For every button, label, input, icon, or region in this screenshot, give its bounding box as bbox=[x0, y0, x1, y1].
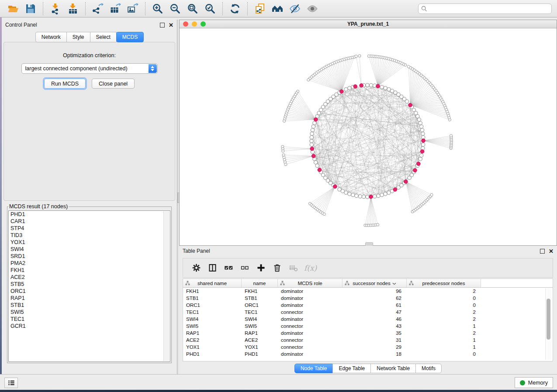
mcds-node[interactable] bbox=[340, 89, 344, 93]
mcds-result-item[interactable]: ORC1 bbox=[9, 288, 170, 295]
mcds-result-item[interactable]: SWI5 bbox=[9, 309, 170, 316]
zoom-selected-button[interactable] bbox=[201, 1, 219, 16]
network-node[interactable] bbox=[420, 128, 424, 132]
mcds-result-item[interactable]: TID3 bbox=[9, 232, 170, 239]
network-leaf-node[interactable] bbox=[367, 55, 370, 57]
table-row[interactable]: YOX1YOX1connector291 bbox=[183, 344, 553, 351]
network-leaf-node[interactable] bbox=[283, 120, 286, 122]
mcds-node[interactable] bbox=[310, 147, 314, 151]
network-leaf-node[interactable] bbox=[323, 213, 325, 216]
table-row[interactable]: SWI5SWI5connector431 bbox=[183, 323, 553, 330]
network-node[interactable] bbox=[310, 132, 314, 135]
network-node[interactable] bbox=[310, 136, 313, 139]
network-node[interactable] bbox=[417, 118, 421, 121]
mcds-node[interactable] bbox=[417, 162, 421, 166]
tab-network[interactable]: Network bbox=[35, 32, 67, 42]
import-network-button[interactable] bbox=[47, 1, 64, 16]
network-node[interactable] bbox=[311, 125, 315, 128]
network-node[interactable] bbox=[421, 132, 425, 135]
network-node[interactable] bbox=[351, 193, 355, 197]
table-row[interactable]: FKH1FKH1dominator962 bbox=[183, 288, 553, 295]
table-row[interactable]: TEC1TEC1connector472 bbox=[183, 309, 553, 316]
network-leaf-node[interactable] bbox=[284, 163, 287, 166]
search-box[interactable] bbox=[418, 3, 552, 14]
column-header-shared-name[interactable]: shared name bbox=[183, 279, 242, 287]
mcds-result-item[interactable]: RAP1 bbox=[9, 295, 170, 302]
mcds-result-item[interactable]: SWI4 bbox=[9, 246, 170, 253]
network-node[interactable] bbox=[311, 128, 314, 132]
show-panels-button[interactable] bbox=[4, 378, 18, 388]
close-panel-button[interactable]: Close panel bbox=[92, 79, 135, 89]
mcds-result-item[interactable]: STP4 bbox=[9, 225, 170, 232]
hide-selected-button[interactable] bbox=[286, 1, 304, 16]
mcds-node[interactable] bbox=[420, 150, 424, 154]
mcds-result-item[interactable]: GCR1 bbox=[9, 323, 170, 330]
network-node[interactable] bbox=[341, 189, 344, 193]
mcds-node[interactable] bbox=[408, 103, 412, 107]
column-header-predecessor-nodes[interactable]: predecessor nodes bbox=[407, 279, 481, 287]
first-neighbors-button[interactable] bbox=[269, 1, 286, 16]
network-node[interactable] bbox=[373, 195, 377, 198]
search-input[interactable] bbox=[427, 5, 549, 12]
network-node[interactable] bbox=[313, 121, 316, 125]
column-header-name[interactable]: name bbox=[242, 279, 278, 287]
mcds-node[interactable] bbox=[318, 168, 322, 172]
export-image-button[interactable] bbox=[124, 1, 142, 16]
deselect-all-button[interactable] bbox=[237, 261, 253, 275]
mcds-node[interactable] bbox=[333, 185, 337, 189]
table-row[interactable]: ACE2ACE2connector311 bbox=[183, 337, 553, 344]
network-node[interactable] bbox=[384, 86, 387, 90]
show-all-button[interactable] bbox=[304, 1, 321, 16]
mcds-result-list[interactable]: PHD1CAR1STP4TID3YOX1SWI4SRD1PMA2FKH1ACE2… bbox=[8, 210, 170, 362]
close-table-panel-icon[interactable]: ✕ bbox=[549, 249, 554, 253]
settings-button[interactable] bbox=[188, 261, 204, 275]
network-node[interactable] bbox=[362, 195, 366, 199]
export-network-button[interactable] bbox=[89, 1, 107, 16]
mcds-result-item[interactable]: ACE2 bbox=[9, 274, 170, 281]
mcds-node[interactable] bbox=[369, 195, 373, 199]
memory-button[interactable]: Memory bbox=[515, 377, 553, 388]
mcds-result-item[interactable]: FKH1 bbox=[9, 267, 170, 274]
network-node[interactable] bbox=[315, 164, 319, 168]
mcds-result-item[interactable]: TEC1 bbox=[9, 316, 170, 323]
network-node[interactable] bbox=[380, 85, 384, 89]
save-session-button[interactable] bbox=[22, 1, 39, 16]
network-node[interactable] bbox=[366, 195, 369, 199]
float-panel-icon[interactable] bbox=[160, 23, 165, 28]
network-node[interactable] bbox=[348, 192, 351, 196]
network-node[interactable] bbox=[391, 89, 394, 93]
mcds-result-item[interactable]: STB1 bbox=[9, 302, 170, 309]
network-node[interactable] bbox=[420, 125, 423, 128]
create-column-button[interactable] bbox=[253, 261, 269, 275]
network-leaf-node[interactable] bbox=[430, 193, 433, 196]
network-node[interactable] bbox=[380, 193, 384, 197]
network-node[interactable] bbox=[419, 121, 422, 125]
network-node[interactable] bbox=[377, 194, 380, 197]
network-node[interactable] bbox=[369, 83, 373, 87]
mcds-node[interactable] bbox=[311, 154, 315, 158]
mcds-node[interactable] bbox=[404, 180, 408, 184]
mcds-node[interactable] bbox=[413, 168, 417, 172]
show-columns-button[interactable] bbox=[204, 261, 221, 275]
network-node[interactable] bbox=[387, 191, 391, 194]
zoom-out-button[interactable] bbox=[166, 1, 184, 16]
network-node[interactable] bbox=[344, 88, 348, 91]
table-row[interactable]: SWI4SWI4dominator462 bbox=[183, 316, 553, 323]
select-all-button[interactable] bbox=[221, 261, 237, 275]
mcds-result-item[interactable]: PMA2 bbox=[9, 260, 170, 267]
network-node[interactable] bbox=[355, 194, 358, 197]
tab-node-table[interactable]: Node Table bbox=[294, 364, 333, 373]
mcds-node[interactable] bbox=[314, 118, 318, 122]
network-node[interactable] bbox=[384, 192, 387, 196]
network-canvas[interactable] bbox=[180, 28, 557, 245]
tab-select[interactable]: Select bbox=[90, 32, 117, 42]
network-node[interactable] bbox=[344, 191, 348, 194]
float-table-panel-icon[interactable] bbox=[540, 249, 545, 254]
export-table-button[interactable] bbox=[107, 1, 124, 16]
network-node[interactable] bbox=[314, 161, 318, 164]
tab-motifs[interactable]: Motifs bbox=[415, 364, 442, 373]
network-node[interactable] bbox=[338, 188, 341, 191]
table-scrollbar-thumb[interactable] bbox=[547, 299, 550, 340]
network-leaf-node[interactable] bbox=[307, 79, 310, 81]
tab-mcds[interactable]: MCDS bbox=[116, 32, 144, 42]
